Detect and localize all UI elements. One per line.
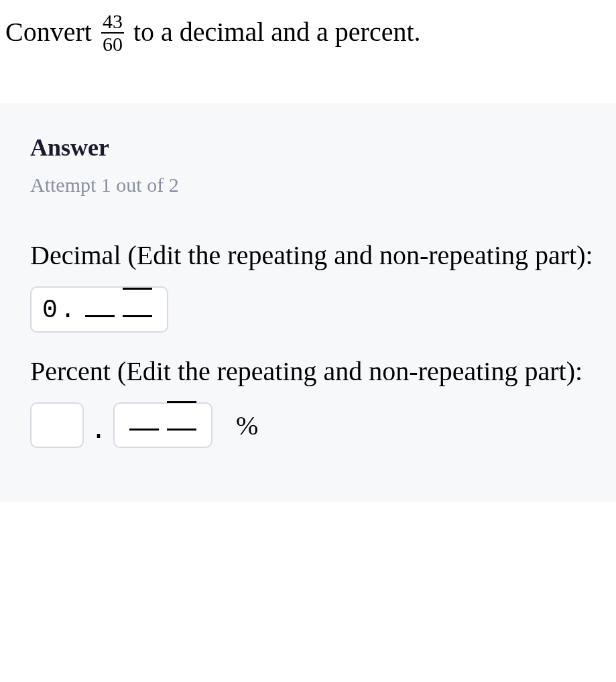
answer-heading: Answer xyxy=(30,133,616,162)
percent-nonrepeating-slot[interactable] xyxy=(129,412,159,431)
percent-sign: % xyxy=(236,410,258,441)
percent-label: Percent (Edit the repeating and non-repe… xyxy=(30,353,616,390)
decimal-repeating-slot[interactable] xyxy=(123,298,152,317)
percent-whole-input[interactable] xyxy=(30,402,84,448)
attempt-counter: Attempt 1 out of 2 xyxy=(30,174,616,196)
question-prompt: Convert 43 60 to a decimal and a percent… xyxy=(0,0,616,83)
percent-fraction-input[interactable] xyxy=(113,402,212,448)
fraction-denominator: 60 xyxy=(101,34,124,54)
question-fraction: 43 60 xyxy=(101,11,124,54)
fraction-numerator: 43 xyxy=(101,11,124,34)
decimal-label: Decimal (Edit the repeating and non-repe… xyxy=(30,237,616,274)
question-suffix: to a decimal and a percent. xyxy=(133,17,421,47)
percent-decimal-point: . xyxy=(90,416,107,446)
percent-repeating-slot[interactable] xyxy=(167,412,196,431)
answer-panel: Answer Attempt 1 out of 2 Decimal (Edit … xyxy=(0,103,616,502)
percent-input-group: . % xyxy=(30,402,616,448)
decimal-nonrepeating-slot[interactable] xyxy=(85,298,115,317)
question-prefix: Convert xyxy=(5,17,92,47)
decimal-prefill: 0. xyxy=(42,296,78,325)
decimal-input[interactable]: 0. xyxy=(30,286,168,333)
decimal-input-group: 0. xyxy=(30,286,616,333)
